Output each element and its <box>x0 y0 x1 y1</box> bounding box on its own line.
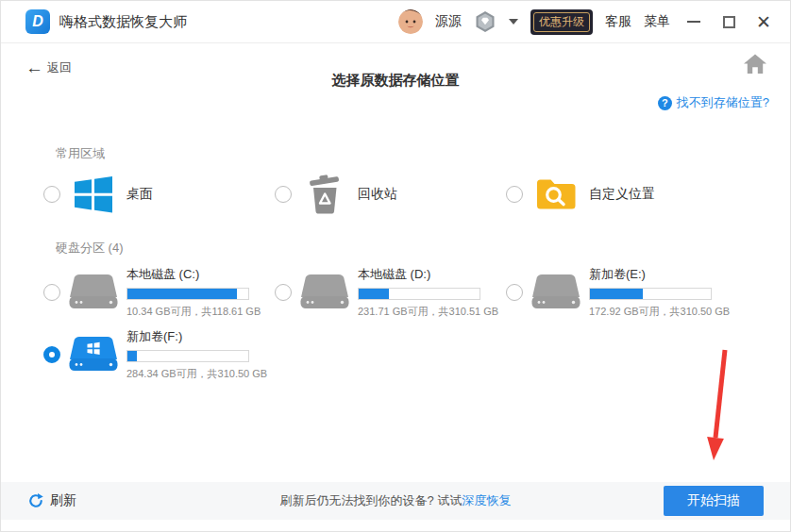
close-icon: ✕ <box>756 13 771 31</box>
drive-item-d[interactable]: 本地磁盘 (D:) 231.71 GB可用，共310.51 GB <box>275 266 506 319</box>
refresh-label: 刷新 <box>50 492 76 509</box>
avatar-image <box>398 9 423 34</box>
maximize-button[interactable] <box>717 10 740 33</box>
custom-location-label: 自定义位置 <box>589 186 655 203</box>
drive-d-radio[interactable] <box>275 284 292 301</box>
question-icon: ? <box>658 96 672 110</box>
upgrade-label: 优惠升级 <box>533 12 590 32</box>
hard-drive-selected-icon <box>68 335 119 374</box>
drive-name: 本地磁盘 (C:) <box>126 266 261 283</box>
recycle-bin-icon <box>303 173 346 216</box>
chevron-down-icon[interactable] <box>509 19 518 25</box>
drive-usage-bar <box>589 288 712 300</box>
member-level-badge-icon[interactable] <box>474 10 496 33</box>
help-link[interactable]: ? 找不到存储位置? <box>658 94 769 111</box>
common-locations: 桌面 回收站 <box>43 168 737 221</box>
close-button[interactable]: ✕ <box>752 10 775 33</box>
hint-text: 刷新后仍无法找到你的设备? 试试 <box>280 493 463 507</box>
upgrade-button[interactable]: 优惠升级 <box>530 9 593 35</box>
page-title: 选择原数据存储位置 <box>1 72 790 90</box>
drive-info: 284.34 GB可用，共310.50 GB <box>126 367 267 381</box>
drive-usage-bar <box>126 288 249 300</box>
footer-hint: 刷新后仍无法找到你的设备? 试试深度恢复 <box>280 492 512 509</box>
drive-item-f[interactable]: 新加卷(F:) 284.34 GB可用，共310.50 GB <box>43 328 275 381</box>
drive-info: 231.71 GB可用，共310.51 GB <box>358 305 498 319</box>
drive-info: 10.34 GB可用，共118.61 GB <box>126 305 261 319</box>
drive-usage-bar <box>126 350 249 362</box>
drive-c-radio[interactable] <box>43 284 60 301</box>
minimize-button[interactable] <box>682 10 705 33</box>
drive-f-radio[interactable] <box>43 346 60 363</box>
help-link-label: 找不到存储位置? <box>677 94 769 111</box>
drive-info: 172.92 GB可用，共310.50 GB <box>589 305 730 319</box>
common-section-label: 常用区域 <box>56 145 105 162</box>
deep-recovery-link[interactable]: 深度恢复 <box>462 493 511 507</box>
location-item-desktop[interactable]: 桌面 <box>43 168 275 221</box>
custom-location-radio[interactable] <box>506 186 523 203</box>
username[interactable]: 源源 <box>435 13 462 30</box>
drive-item-c[interactable]: 本地磁盘 (C:) 10.34 GB可用，共118.61 GB <box>43 266 275 319</box>
support-button[interactable]: 客服 <box>605 13 631 30</box>
drive-e-radio[interactable] <box>506 284 523 301</box>
folder-search-icon <box>534 173 578 216</box>
titlebar: D 嗨格式数据恢复大师 源源 <box>1 1 790 43</box>
footer-bar: 刷新 刷新后仍无法找到你的设备? 试试深度恢复 开始扫描 <box>1 482 790 520</box>
hard-drive-icon <box>530 273 581 312</box>
recycle-bin-label: 回收站 <box>358 186 397 203</box>
menu-button[interactable]: 菜单 <box>644 13 670 30</box>
location-item-recycle-bin[interactable]: 回收站 <box>275 168 506 221</box>
hard-drive-icon <box>299 273 350 312</box>
hard-drive-icon <box>68 273 119 312</box>
app-logo-icon: D <box>25 9 50 34</box>
refresh-icon <box>27 492 44 509</box>
drive-name: 新加卷(F:) <box>126 328 267 345</box>
drive-list: 本地磁盘 (C:) 10.34 GB可用，共118.61 GB 本地磁盘 (D:… <box>43 266 737 381</box>
start-scan-button[interactable]: 开始扫描 <box>664 486 764 516</box>
minimize-icon <box>687 21 700 23</box>
drive-name: 本地磁盘 (D:) <box>358 266 498 283</box>
desktop-radio[interactable] <box>43 186 60 203</box>
app-window: D 嗨格式数据恢复大师 源源 <box>0 0 791 532</box>
drive-name: 新加卷(E:) <box>589 266 730 283</box>
drive-item-e[interactable]: 新加卷(E:) 172.92 GB可用，共310.50 GB <box>506 266 737 319</box>
recycle-bin-radio[interactable] <box>275 186 292 203</box>
maximize-icon <box>723 16 735 28</box>
user-avatar[interactable] <box>398 9 423 34</box>
windows-logo-icon <box>72 173 115 216</box>
refresh-button[interactable]: 刷新 <box>27 492 76 509</box>
drive-usage-bar <box>358 288 480 300</box>
location-item-custom[interactable]: 自定义位置 <box>506 168 737 221</box>
partitions-section-label: 硬盘分区 (4) <box>56 240 124 257</box>
desktop-label: 桌面 <box>126 186 153 203</box>
app-title: 嗨格式数据恢复大师 <box>59 13 187 31</box>
main-content: ← 返回 选择原数据存储位置 ? 找不到存储位置? 常用区域 <box>1 43 790 484</box>
